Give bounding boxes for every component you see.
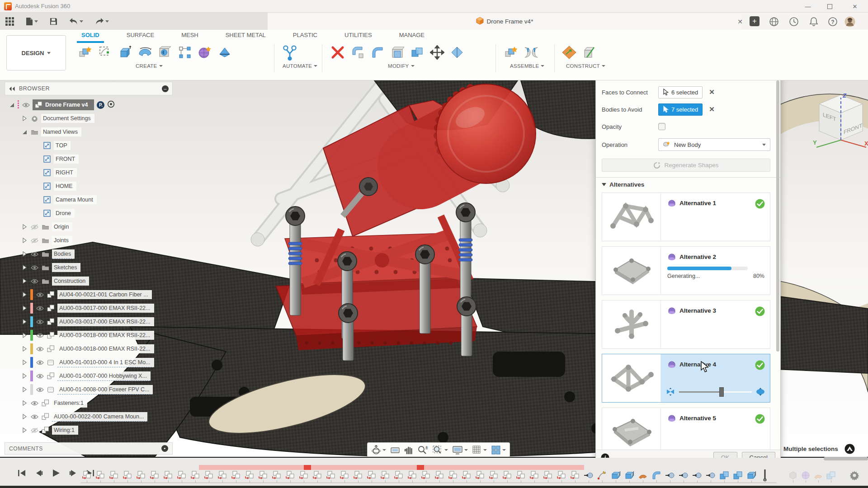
- visibility-eye-icon[interactable]: [22, 102, 30, 108]
- visibility-eye-off-icon[interactable]: [30, 224, 38, 230]
- hole-button[interactable]: [156, 43, 174, 61]
- tree-item-origin[interactable]: Origin: [5, 220, 173, 234]
- timeline-feature-comp[interactable]: [217, 470, 228, 481]
- workspace-selector[interactable]: DESIGN: [6, 35, 66, 70]
- create-sketch-button[interactable]: [97, 43, 114, 61]
- expand-arrow-icon[interactable]: [22, 373, 28, 379]
- split-button[interactable]: [216, 43, 233, 61]
- notifications-bell-icon[interactable]: [808, 16, 819, 27]
- alternative-thumbnail[interactable]: [602, 408, 661, 450]
- look-at-button[interactable]: [390, 446, 400, 455]
- minimize-button[interactable]: —: [797, 0, 818, 13]
- alternative-card-alternative-4[interactable]: Alternative 4: [602, 354, 770, 403]
- faces-to-connect-selection-button[interactable]: 6 selected: [658, 86, 703, 99]
- tree-item-drone[interactable]: Drone: [5, 206, 173, 220]
- browser-header[interactable]: BROWSER –: [5, 82, 173, 95]
- timeline-feature-joint[interactable]: [665, 470, 675, 481]
- tree-item-au00-01-0008-000-foxeer-fpv-c[interactable]: AU00-01-0008-000 Foxeer FPV C...: [5, 383, 173, 396]
- parametric-badge[interactable]: P.: [97, 101, 104, 109]
- fit-button[interactable]: [432, 445, 448, 455]
- maximize-button[interactable]: [819, 0, 840, 13]
- timeline-feature-combine[interactable]: [719, 470, 730, 481]
- timeline-feature-comp[interactable]: [136, 470, 146, 481]
- tree-item-joints[interactable]: Joints: [5, 234, 173, 247]
- comments-bar[interactable]: COMMENTS •: [5, 442, 173, 455]
- timeline-feature-comp[interactable]: [190, 470, 201, 481]
- timeline-settings-gear-icon[interactable]: [849, 470, 860, 481]
- timeline-feature-comp[interactable]: [488, 470, 499, 481]
- tree-item-construction[interactable]: Construction: [5, 274, 173, 288]
- expand-arrow-icon[interactable]: [22, 360, 28, 365]
- visibility-eye-icon[interactable]: [36, 387, 44, 393]
- viewports-button[interactable]: [491, 445, 506, 455]
- document-tab[interactable]: Drone Frame v4*: [268, 13, 741, 30]
- timeline-feature-comp[interactable]: [176, 470, 187, 481]
- tree-item-sketches[interactable]: Sketches: [5, 261, 173, 274]
- timeline-feature-comp[interactable]: [285, 470, 296, 481]
- file-button[interactable]: [26, 17, 38, 26]
- timeline-feature-comp[interactable]: [407, 470, 418, 481]
- tree-root-selected[interactable]: Drone Frame v4: [33, 99, 94, 110]
- operation-dropdown[interactable]: New Body: [658, 138, 770, 151]
- delete-button[interactable]: [329, 43, 346, 61]
- tree-item-au04-00-0021-001-carbon-fiber[interactable]: AU04-00-0021-001 Carbon Fiber ...: [5, 288, 173, 301]
- alternative-thumbnail[interactable]: [602, 247, 661, 295]
- pan-button[interactable]: [404, 445, 413, 455]
- timeline-feature-comp[interactable]: [339, 470, 350, 481]
- assemble-component-button[interactable]: [503, 43, 520, 61]
- timeline-feature-extrude[interactable]: [610, 470, 621, 481]
- timeline-feature-extrude[interactable]: [746, 470, 757, 481]
- expand-arrow-icon[interactable]: [22, 414, 28, 419]
- plane-button[interactable]: [561, 43, 578, 61]
- move-button[interactable]: [429, 43, 446, 61]
- tree-item-au00-01-0007-000-hobbywing-x[interactable]: AU00-01-0007-000 Hobbywing X...: [5, 369, 173, 383]
- new-component-button[interactable]: [77, 43, 94, 61]
- alternative-card-alternative-3[interactable]: Alternative 3: [602, 300, 770, 349]
- visibility-eye-icon[interactable]: [30, 265, 38, 271]
- extensions-icon[interactable]: [769, 16, 779, 27]
- timeline-feature-comp[interactable]: [380, 470, 391, 481]
- timeline-feature-comp[interactable]: [258, 470, 269, 481]
- orbit-button[interactable]: [371, 445, 386, 455]
- undo-button[interactable]: [69, 18, 83, 25]
- browser-collapse-icon[interactable]: –: [162, 85, 169, 92]
- tab-plastic[interactable]: PLASTIC: [288, 30, 322, 42]
- timeline-feature-comp[interactable]: [203, 470, 214, 481]
- visibility-eye-icon[interactable]: [36, 373, 44, 379]
- combine-mod-button[interactable]: [409, 43, 426, 61]
- shell-button[interactable]: [389, 43, 406, 61]
- comments-expand-icon[interactable]: •: [161, 445, 168, 452]
- timeline-feature-joint[interactable]: [583, 470, 594, 481]
- expand-arrow-icon[interactable]: [22, 116, 28, 121]
- help-icon[interactable]: ?: [827, 16, 838, 27]
- expand-arrow-icon[interactable]: [22, 305, 28, 311]
- timeline-feature-comp[interactable]: [326, 470, 336, 481]
- alternative-slider[interactable]: [665, 387, 765, 397]
- visibility-eye-off-icon[interactable]: [30, 427, 38, 433]
- timeline-feature-ghost-purple[interactable]: [800, 470, 811, 481]
- tree-item-home[interactable]: HOME: [5, 179, 173, 193]
- visibility-eye-icon[interactable]: [36, 305, 44, 311]
- apps-grid-button[interactable]: [5, 17, 14, 26]
- timeline-feature-comp[interactable]: [542, 470, 553, 481]
- tree-item-fasteners-1[interactable]: Fasteners:1: [5, 396, 173, 410]
- timeline-feature-revolve[interactable]: [637, 470, 648, 481]
- ribbon-group-label-modify[interactable]: MODIFY: [388, 63, 415, 69]
- timeline-feature-ghost-gray[interactable]: [788, 470, 798, 481]
- alternative-thumbnail[interactable]: [602, 193, 661, 241]
- alternative-card-alternative-5[interactable]: Alternative 5: [602, 408, 770, 450]
- tree-item-au00-03-0017-000-emax-rsii-22[interactable]: AU00-03-0017-000 EMAX RSII-22...: [5, 315, 173, 328]
- alternatives-section-header[interactable]: Alternatives: [602, 181, 770, 188]
- tree-item-top[interactable]: TOP: [5, 139, 173, 152]
- visibility-eye-icon[interactable]: [36, 319, 44, 325]
- timeline-feature-comp[interactable]: [434, 470, 445, 481]
- timeline-feature-comp[interactable]: [122, 470, 133, 481]
- form-button[interactable]: [196, 43, 213, 61]
- expand-arrow-icon[interactable]: [22, 400, 28, 406]
- timeline-feature-comp[interactable]: [298, 470, 309, 481]
- tree-item-front[interactable]: FRONT: [5, 152, 173, 166]
- tree-item-au00-03-0018-000-emax-rsii-22[interactable]: AU00-03-0018-000 EMAX RSII-22...: [5, 328, 173, 342]
- timeline-feature-comp[interactable]: [353, 470, 363, 481]
- save-button[interactable]: [50, 18, 57, 25]
- expand-arrow-icon[interactable]: [22, 346, 28, 352]
